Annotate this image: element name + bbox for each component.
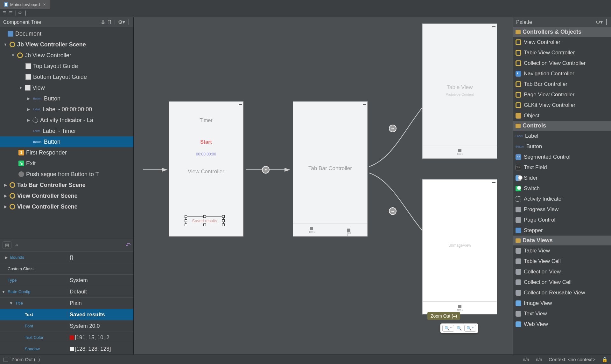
palette-item[interactable]: Collection View (513, 266, 611, 277)
scene-icon (10, 182, 15, 188)
status-text: Zoom Out (–) (11, 357, 40, 362)
palette-item[interactable]: Text View (513, 308, 611, 319)
palette-item[interactable]: Tab Bar Controller (513, 79, 611, 89)
segue-node-1[interactable]: ✦ (262, 166, 270, 174)
tree-jb-vc[interactable]: ▼Jb View Controller (0, 50, 133, 61)
tree-bottom-guide[interactable]: Bottom Layout Guide (0, 72, 133, 82)
pin-icon[interactable]: ⎮ (605, 19, 608, 25)
image-icon (516, 300, 521, 306)
palette-item[interactable]: Object (513, 110, 611, 121)
palette-item[interactable]: LabelLabel (513, 131, 611, 141)
palette-item[interactable]: 12Segmented Control (513, 152, 611, 162)
palette-item[interactable]: Image View (513, 298, 611, 308)
palette-item[interactable]: Activity Indicator (513, 194, 611, 204)
prop-text-selected[interactable]: TextSaved results (0, 309, 133, 320)
tree-activity[interactable]: ▶Activity Indicator - La (0, 115, 133, 126)
tree-view[interactable]: ▼View (0, 82, 133, 93)
tree-doc[interactable]: Document (0, 28, 133, 39)
zoom-fit-button[interactable]: 🔍 (457, 326, 462, 331)
zoom-out-button[interactable]: 🔍⁻ (442, 325, 454, 332)
document-icon (8, 31, 13, 37)
scene-tabbar-controller[interactable]: ▬ Tab Bar Controller Item 1 Item 2 (293, 101, 368, 237)
text-color-swatch[interactable] (70, 335, 74, 340)
pin-icon[interactable]: ⎮ (128, 19, 130, 25)
tree-segue[interactable]: Push segue from Button to T (0, 169, 133, 180)
palette-item[interactable]: ButtonButton (513, 141, 611, 152)
align-icon[interactable]: ☰ (3, 10, 6, 15)
tree-button1[interactable]: ▶ButtonButton (0, 93, 133, 104)
vc-icon (17, 52, 23, 58)
palette-item[interactable]: Slider (513, 173, 611, 183)
palette-item[interactable]: Page View Controller (513, 89, 611, 100)
segue-node-3[interactable]: ∞ (389, 207, 397, 215)
tree-top-guide[interactable]: Top Layout Guide (0, 61, 133, 72)
expand-icon[interactable]: ⇊ (101, 19, 105, 25)
tree-scene-jb[interactable]: ▼Jb View Controller Scene (0, 39, 133, 50)
palette-section-controls[interactable]: Controls (513, 121, 611, 131)
gear-icon[interactable]: ⚙ (18, 10, 22, 15)
gear-icon[interactable]: ⚙▾ (118, 19, 125, 25)
spinner-icon (516, 196, 521, 202)
exit-icon: ↘ (18, 161, 24, 166)
palette-list-controls: LabelLabel ButtonButton 12Segmented Cont… (513, 131, 611, 236)
gear-icon[interactable]: ⚙▾ (596, 19, 603, 25)
palette-item[interactable]: Web View (513, 319, 611, 329)
cube-icon (516, 113, 521, 119)
label-time: 00:00:00:00 (169, 152, 243, 156)
tree-first-responder[interactable]: 1First Responder (0, 147, 133, 158)
tree-scene-vc1[interactable]: ▶View Controller Scene (0, 190, 133, 201)
palette-item[interactable]: Collection View Controller (513, 58, 611, 68)
palette-item[interactable]: Page Control (513, 215, 611, 225)
collapse-icon[interactable]: ⇈ (108, 19, 112, 25)
palette-item[interactable]: Table View (513, 245, 611, 256)
palette-item[interactable]: View Controller (513, 37, 611, 47)
undo-icon[interactable]: ↶ (125, 241, 131, 249)
forward-icon[interactable]: ➔ (15, 243, 18, 247)
palette-item[interactable]: Navigation Controller (513, 68, 611, 79)
storyboard-canvas[interactable]: ▬ Timer Start 00:00:00:00 View Controlle… (134, 17, 513, 354)
align-icon-2[interactable]: ☰ (9, 10, 13, 15)
web-icon (516, 321, 521, 327)
selection-button[interactable]: Saved results (186, 216, 224, 225)
tree-label1[interactable]: ▶LabelLabel - 00:00:00:00 (0, 104, 133, 115)
palette-section-dataviews[interactable]: Data Views (513, 236, 611, 245)
file-tab[interactable]: Main.storyboard ✕ (0, 0, 50, 9)
scene-table-view[interactable]: ▬ Table View Prototype Content Item 1 (422, 24, 497, 159)
zoom-in-button[interactable]: 🔍⁺ (464, 325, 476, 332)
storyboard-file-icon (4, 2, 8, 7)
splitter-icon[interactable]: │ (25, 10, 27, 15)
tree-label-timer[interactable]: LabelLabel - Timer (0, 126, 133, 136)
palette-item[interactable]: Progress View (513, 204, 611, 215)
zoom-tooltip: Zoom Out (–) (427, 312, 460, 320)
status-context: Context: <no context> (549, 357, 595, 362)
component-tree-title: Component Tree (3, 19, 41, 25)
close-tab-icon[interactable]: ✕ (43, 3, 46, 7)
nav-icon (516, 71, 521, 77)
palette-section-controllers[interactable]: Controllers & Objects (513, 27, 611, 37)
scene-view-controller[interactable]: ▬ Timer Start 00:00:00:00 View Controlle… (169, 101, 243, 237)
palette-item[interactable]: Stepper (513, 225, 611, 236)
label-timer: Timer (169, 118, 243, 123)
button-start[interactable]: Start (169, 139, 243, 145)
palette-item[interactable]: Table View Controller (513, 47, 611, 58)
segue-node-2[interactable]: ∞ (389, 125, 397, 132)
shadow-color-swatch[interactable] (70, 347, 74, 351)
mini-toolbar: ☰ ☰ ⚙ │ (0, 9, 611, 17)
palette-item[interactable]: Switch (513, 183, 611, 194)
scene-icon (10, 204, 15, 209)
tree-button-selected[interactable]: ButtonButton (0, 136, 133, 147)
lock-icon[interactable]: 🔒 (602, 357, 608, 362)
palette-item[interactable]: GLKit View Controller (513, 100, 611, 110)
palette-item[interactable]: Table View Cell (513, 256, 611, 266)
tree-scene-vc2[interactable]: ▶View Controller Scene (0, 201, 133, 212)
palette-item[interactable]: TextText Field (513, 162, 611, 173)
component-tree-header: Component Tree ⇊ ⇈ | ⚙▾ ⎮ (0, 17, 133, 27)
tree-exit[interactable]: ↘Exit (0, 158, 133, 169)
view-icon (25, 85, 31, 91)
inspector-icon[interactable]: ▤ (3, 241, 11, 249)
component-tree[interactable]: Document ▼Jb View Controller Scene ▼Jb V… (0, 27, 133, 238)
scene-image-view[interactable]: ▬ UIImageView Item 1 (422, 179, 497, 314)
palette-item[interactable]: Collection Reusable View (513, 287, 611, 298)
palette-item[interactable]: Collection View Cell (513, 277, 611, 287)
tree-scene-tabbar[interactable]: ▶Tab Bar Controller Scene (0, 180, 133, 190)
